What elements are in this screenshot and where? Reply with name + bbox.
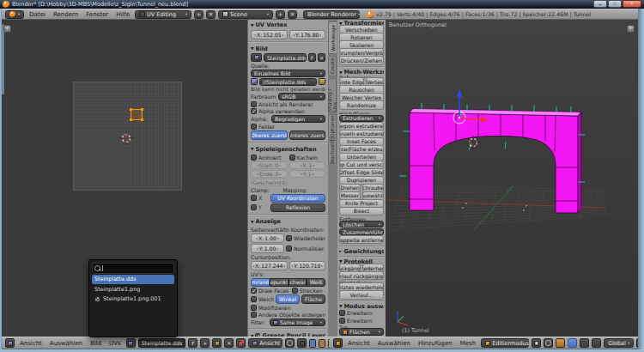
channel-color-button[interactable] — [319, 339, 325, 348]
image-source-select[interactable]: Einzelnes Bild▾ — [251, 70, 325, 77]
panel-header-modus-auswaehlen[interactable]: ▼Modus auswählen — [339, 304, 384, 309]
image-filepath-field[interactable]: //Steinplatte.dds — [259, 78, 317, 86]
uv-vertex-x-field[interactable]: ◂X:152.05▸ — [251, 30, 288, 39]
uv-menu-uvs[interactable]: UVs — [106, 340, 124, 347]
viewport-3d[interactable]: Benutzer Orthogonal (1) Tunnel + — [386, 20, 638, 337]
pivot-point-select[interactable] — [544, 338, 553, 348]
menu-fenster[interactable]: Fenster — [83, 11, 111, 18]
stretch-angle-button[interactable]: Winkel — [276, 294, 300, 304]
uv-region-expand-icon[interactable]: + — [3, 25, 11, 33]
uv-menu-bild[interactable]: Bild — [88, 340, 104, 347]
mode-select[interactable]: Editiermodus▾ — [481, 338, 529, 348]
popup-search-input[interactable] — [92, 263, 174, 274]
checkbox-erweitern-1[interactable] — [339, 310, 345, 316]
editor-type-select[interactable] — [5, 338, 15, 348]
v3-menu-auswaehlen[interactable]: Auswählen — [375, 340, 413, 347]
aspect-x-field[interactable]: ◂X:1.00▸ — [251, 234, 284, 243]
tab-shading-uvs[interactable]: Shading / UVs — [328, 78, 337, 112]
tool-bisect[interactable]: Bisect — [339, 207, 384, 216]
v3-menu-ansicht[interactable]: Ansicht — [345, 340, 373, 347]
image-browse-icon[interactable] — [126, 338, 136, 348]
pivot-select[interactable] — [285, 338, 295, 348]
panel-header-uv-vertex[interactable]: ▼UV Vertex — [251, 21, 325, 29]
v3-menu-hinzufuegen[interactable]: Hinzufügen — [416, 340, 455, 347]
app-menu-button[interactable]: ▾ — [5, 10, 24, 19]
screen-layout-select[interactable]: UV Editing▾ — [135, 10, 191, 19]
selected-uv-face[interactable] — [131, 109, 143, 120]
uv-vertex-y-field[interactable]: ◂Y:176.80▸ — [289, 30, 326, 39]
new-image-button[interactable]: + — [200, 338, 210, 348]
scene-select[interactable]: Scene▾ — [218, 10, 273, 19]
tool-loeschen-dropdown[interactable]: Löschen▾ — [339, 221, 384, 228]
stretch-area-button[interactable]: Fläche — [301, 294, 325, 304]
tiles-x-field[interactable]: ◂X:1▸ — [289, 161, 326, 169]
checkbox-use-alpha[interactable] — [251, 108, 257, 114]
uv-editor-canvas[interactable]: + Steinplatte.dds Steinplatte1.png Stein… — [2, 20, 247, 337]
checkbox-clamp-y[interactable] — [251, 204, 257, 210]
uv-draw-black-button[interactable]: Schwarz — [289, 278, 307, 288]
window-minimize-button[interactable]: ▁ — [593, 0, 607, 8]
pin-icon[interactable]: 📌 — [236, 338, 246, 348]
checkbox-fields[interactable] — [251, 124, 257, 130]
screen-add-button[interactable]: + — [194, 10, 204, 19]
occlude-geometry-button[interactable] — [592, 338, 601, 348]
mapping-uv-coordinates-button[interactable]: UV Koordinaten — [270, 194, 325, 203]
uv-menu-auswaehlen[interactable]: Auswählen — [47, 340, 85, 347]
checkbox-show-other-objects[interactable] — [251, 312, 257, 318]
snap-select[interactable] — [297, 338, 307, 348]
checkbox-normalized[interactable] — [286, 246, 292, 252]
editor-type-select[interactable] — [333, 338, 343, 348]
colorspace-select[interactable]: sRGB▾ — [278, 93, 325, 100]
panel-header-gewichtung[interactable]: ►Gewichtungswerkze... — [339, 249, 384, 254]
popup-item-steinplatte-dds[interactable]: Steinplatte.dds — [92, 275, 174, 284]
menu-rendern[interactable]: Rendern — [51, 11, 81, 18]
viewport-canvas[interactable] — [386, 20, 638, 337]
checkbox-smooth[interactable] — [251, 296, 257, 302]
aspect-y-field[interactable]: ◂Y:1.00▸ — [251, 244, 284, 253]
anim-end-field[interactable]: ◂Ende:0▸ — [251, 170, 288, 178]
checkbox-tiles[interactable] — [289, 155, 295, 161]
tab-werkzeuge[interactable]: Werkzeuge — [328, 21, 337, 54]
fields-upper-first-button[interactable]: Oberes zuerst — [251, 130, 288, 140]
uv-scrollbar[interactable] — [2, 24, 4, 94]
menu-hilfe[interactable]: Hilfe — [113, 11, 132, 18]
image-datablock-field[interactable]: Steinplatte.dds — [138, 338, 186, 348]
cursor-x-field[interactable]: ◂X:127.244▸ — [251, 261, 288, 270]
repeat-history-button[interactable]: Verlauf... — [339, 290, 384, 300]
scene-delete-button[interactable]: ✕ — [288, 10, 297, 19]
checkbox-stretch[interactable] — [292, 288, 298, 294]
tunnel-mesh[interactable] — [399, 103, 585, 213]
menu-datei[interactable]: Datei — [27, 11, 48, 18]
select-mode-vertex-button[interactable] — [556, 338, 565, 348]
checkbox-repeat[interactable] — [286, 235, 292, 241]
uv-menu-ansicht[interactable]: Ansicht — [17, 340, 45, 347]
cursor-y-field[interactable]: ◂Y:120.710▸ — [289, 261, 326, 270]
filter-select[interactable]: Same Image▾ — [270, 319, 325, 326]
tab-optionen[interactable]: Optionen — [328, 114, 337, 138]
uv-draw-outline-button[interactable]: Umrandu — [251, 278, 270, 288]
tool-randomize[interactable]: Randomize — [339, 100, 384, 110]
unlink-image-button[interactable]: ✕ — [224, 338, 234, 348]
tool-doppelte-entfernen[interactable]: Doppelte entfernen — [339, 235, 384, 245]
screen-delete-button[interactable]: ✕ — [206, 10, 216, 19]
panel-header-game-properties[interactable]: ▼Spieleigenschaften — [251, 145, 325, 154]
unlink-image-button[interactable]: ✕ — [318, 53, 325, 62]
tiles-y-field[interactable]: ◂Y:1▸ — [289, 170, 326, 178]
channel-rgb-button[interactable] — [309, 339, 316, 348]
tab-wachsstift[interactable]: Wachsstift — [328, 140, 337, 164]
anim-speed-field[interactable]: ◂Geschwind0▸ — [251, 179, 288, 186]
image-name-field[interactable]: Steinplatte.dds — [264, 53, 307, 62]
window-close-button[interactable]: ✕ — [623, 0, 641, 8]
alpha-mode-select[interactable]: Begradigen▾ — [271, 115, 325, 123]
v3-menu-mesh[interactable]: Mesh — [458, 340, 478, 347]
fake-user-button[interactable]: F — [308, 53, 316, 62]
viewport-shading-select[interactable] — [532, 338, 541, 348]
panel-header-display[interactable]: ▼Anzeige — [251, 217, 325, 226]
select-mode-face-button[interactable] — [580, 338, 589, 348]
checkbox-clamp-x[interactable] — [251, 195, 257, 201]
render-engine-select[interactable]: Blender Renderer▾ — [303, 10, 360, 19]
image-browse-dropdown[interactable] — [251, 53, 262, 62]
open-image-button[interactable] — [212, 338, 222, 348]
anim-start-field[interactable]: ◂Start:0▸ — [251, 161, 288, 169]
checkbox-animated[interactable] — [251, 155, 257, 161]
